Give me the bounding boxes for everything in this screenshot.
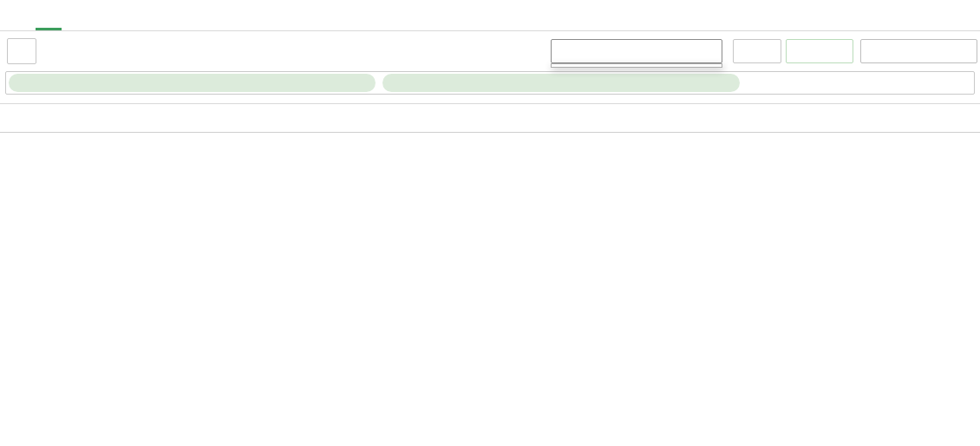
filter-pill-log-description[interactable]: [382, 74, 740, 92]
table-header: [0, 103, 980, 133]
time-range-button: [786, 39, 853, 63]
details-button[interactable]: [860, 39, 977, 63]
filter-pill-datetime[interactable]: [9, 74, 376, 92]
filter-bar[interactable]: [5, 71, 975, 95]
download-button[interactable]: [7, 38, 36, 64]
disk-dropdown-button[interactable]: [733, 39, 781, 63]
tab-bar: [0, 0, 980, 31]
tab-summary[interactable]: [5, 0, 31, 30]
search-input[interactable]: [783, 74, 969, 94]
event-type-menu: [551, 63, 722, 68]
tab-logs[interactable]: [36, 0, 62, 30]
event-type-dropdown-button[interactable]: [551, 39, 722, 63]
